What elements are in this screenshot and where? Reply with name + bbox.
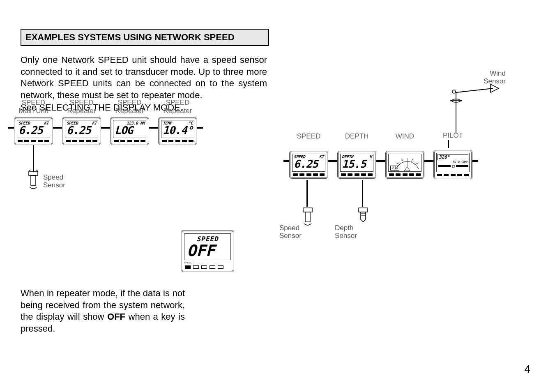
device-button — [341, 173, 346, 176]
off-display: SPEED OFF SPEED — [181, 230, 234, 272]
depth-unit: DEPTH DEPTH M 15.5 — [337, 132, 376, 179]
device-button — [361, 173, 366, 176]
device-button — [403, 173, 408, 176]
pilot-heading: 328° — [439, 154, 450, 160]
bus-stub-left — [283, 160, 289, 162]
speed-unit: SPEED SPEED KT 6.25 — [289, 132, 328, 179]
device-button — [134, 140, 139, 142]
device-button — [437, 174, 442, 176]
device-button — [114, 140, 119, 142]
speed-sensor-label: Speed Sensor — [43, 174, 65, 189]
svg-line-10 — [415, 163, 419, 165]
screen-top-right: M — [369, 154, 372, 159]
device-button — [79, 140, 84, 142]
unit-label-line1: SPEED — [22, 99, 46, 106]
speed-repeater-2: SPEED Repeater 123.0 NM LOG — [110, 99, 149, 145]
unit-label-line2: Main Unit — [19, 107, 48, 115]
device-button — [299, 173, 304, 176]
depth-transducer-icon — [357, 206, 369, 227]
sensor-cable — [362, 180, 363, 207]
bus-stub-right — [472, 160, 478, 162]
screen-top-right: KT — [92, 121, 97, 125]
bus-stub-right — [197, 127, 203, 129]
device-button — [86, 140, 91, 142]
screen-value: 15.5 — [342, 159, 372, 169]
wind-unit: WIND 135 — [385, 132, 424, 179]
device-button — [168, 140, 173, 142]
unit-label-line2: Repeater — [67, 107, 96, 115]
device-button — [92, 140, 97, 142]
screen-value: 10.4° — [163, 125, 193, 136]
paragraph-1: Only one Network SPEED unit should have … — [21, 54, 267, 101]
unit-label: DEPTH — [345, 132, 369, 140]
device-button — [416, 173, 421, 176]
paddlewheel-sensor-icon — [27, 170, 39, 190]
wind-value: 135 — [390, 166, 399, 171]
device-button — [140, 140, 145, 142]
device-button — [18, 140, 23, 142]
device-button — [193, 265, 199, 269]
device-button — [457, 174, 462, 176]
bus-connector — [376, 160, 385, 162]
section-heading: EXAMPLES SYSTEMS USING NETWORK SPEED — [21, 29, 269, 46]
svg-rect-0 — [31, 175, 36, 185]
unit-label: PILOT — [443, 131, 463, 139]
bus-connector — [149, 127, 158, 129]
device-button — [31, 140, 36, 142]
unit-label-line1: SPEED — [70, 99, 94, 106]
speed-main-unit: SPEED Main Unit SPEED KT 6.25 — [14, 99, 53, 145]
bus-connector — [53, 127, 62, 129]
diagram-mixed-system: SPEED SPEED KT 6.25 — [283, 62, 546, 183]
device-button — [306, 173, 311, 176]
bus-connector — [424, 160, 433, 162]
device-button — [189, 140, 193, 142]
device-button — [218, 265, 223, 269]
screen-top-right: KT — [319, 154, 324, 159]
device-button-active — [185, 265, 191, 269]
speed-sensor-label: Speed Sensor — [279, 224, 302, 240]
svg-rect-15 — [456, 165, 468, 167]
device-button — [201, 265, 207, 269]
device-button — [24, 140, 29, 142]
device-button — [444, 174, 449, 176]
device-button — [451, 174, 456, 176]
screen-top-right: KT — [44, 121, 48, 125]
unit-label-line1: SPEED — [166, 99, 190, 106]
pilot-bar-icon — [438, 164, 470, 169]
bus-stub-left — [8, 127, 14, 129]
device-button — [355, 173, 359, 176]
diagram-speed-repeaters: SPEED Main Unit SPEED KT 6.25 — [8, 99, 238, 203]
bus-connector — [101, 127, 110, 129]
device-button — [127, 140, 132, 142]
speed-repeater-3: SPEED Repeater TEMP °C 10.4° — [158, 99, 197, 145]
unit-label: WIND — [396, 132, 414, 140]
device-button — [44, 140, 49, 142]
device-button — [210, 265, 215, 269]
off-bold: OFF — [107, 311, 125, 322]
device-button — [320, 173, 325, 176]
wind-cable — [448, 140, 449, 148]
screen-value: 6.25 — [18, 125, 48, 136]
sensor-cable — [33, 145, 34, 172]
unit-label-line1: SPEED — [118, 99, 142, 106]
device-button — [348, 173, 352, 176]
page-number: 4 — [525, 363, 530, 376]
device-button — [175, 140, 180, 142]
svg-rect-14 — [452, 165, 454, 167]
bus-connector — [328, 160, 337, 162]
sensor-cable — [306, 180, 308, 207]
pilot-mode: AUTO COMP — [438, 160, 468, 164]
device-button — [182, 140, 187, 142]
screen-value: 6.25 — [294, 159, 324, 169]
paddlewheel-sensor-icon — [302, 206, 314, 227]
unit-label-line2: Repeater — [115, 107, 144, 115]
device-button — [66, 140, 71, 142]
device-button — [464, 174, 469, 176]
device-button — [293, 173, 298, 176]
screen-value: LOG — [115, 125, 145, 136]
unit-label-line2: Repeater — [164, 107, 192, 115]
svg-line-12 — [411, 159, 413, 161]
svg-rect-13 — [438, 165, 451, 167]
device-button — [396, 173, 401, 176]
device-button — [313, 173, 318, 176]
